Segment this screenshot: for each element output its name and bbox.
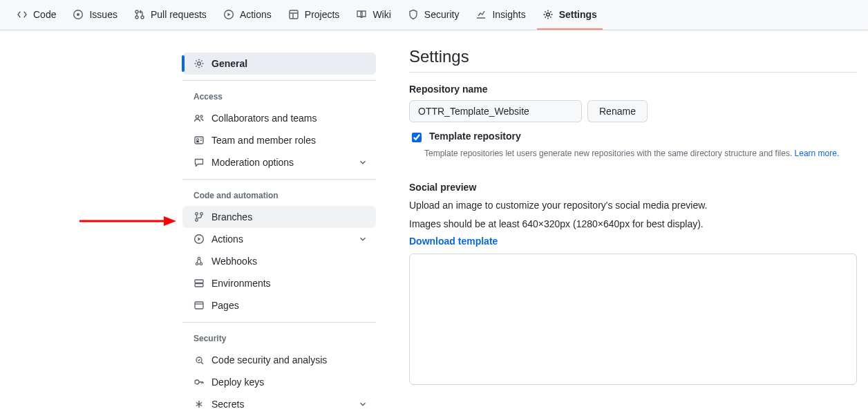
gear-icon bbox=[542, 9, 554, 20]
tab-label: Security bbox=[424, 9, 460, 20]
sidebar-item-label: Environments bbox=[211, 278, 368, 289]
rename-button[interactable]: Rename bbox=[587, 100, 648, 122]
tab-label: Wiki bbox=[372, 9, 390, 20]
sidebar-item-actions[interactable]: Actions bbox=[182, 228, 376, 250]
social-preview-text-2: Images should be at least 640×320px (128… bbox=[409, 217, 857, 231]
tab-label: Settings bbox=[559, 9, 597, 20]
sidebar-item-environments[interactable]: Environments bbox=[182, 272, 376, 294]
branch-icon bbox=[194, 211, 205, 222]
page-title: Settings bbox=[409, 47, 857, 73]
graph-icon bbox=[475, 9, 487, 20]
tab-label: Issues bbox=[89, 9, 117, 20]
scan-icon bbox=[194, 354, 205, 365]
template-repository-label: Template repository bbox=[429, 131, 521, 142]
sidebar-item-moderation[interactable]: Moderation options bbox=[182, 151, 376, 173]
webhook-icon bbox=[194, 256, 205, 267]
template-helper-text: Template repositories let users generate… bbox=[424, 147, 857, 160]
sidebar-item-collaborators[interactable]: Collaborators and teams bbox=[182, 107, 376, 129]
social-preview-text-1: Upload an image to customize your reposi… bbox=[409, 198, 857, 213]
issue-icon bbox=[73, 9, 84, 20]
repo-tab-nav: Code Issues Pull requests Actions Projec… bbox=[0, 0, 868, 30]
tab-label: Code bbox=[33, 9, 56, 20]
template-repository-checkbox[interactable] bbox=[412, 133, 422, 142]
sidebar-heading-access: Access bbox=[182, 86, 376, 107]
sidebar-item-label: Team and member roles bbox=[211, 135, 368, 146]
sidebar-item-label: Actions bbox=[211, 234, 351, 245]
tab-pull-requests[interactable]: Pull requests bbox=[129, 0, 212, 30]
gear-icon bbox=[194, 58, 205, 69]
repo-name-label: Repository name bbox=[409, 84, 857, 95]
tab-projects[interactable]: Projects bbox=[283, 0, 346, 30]
tab-label: Pull requests bbox=[151, 9, 207, 20]
sidebar-item-label: General bbox=[211, 58, 368, 69]
chevron-down-icon bbox=[358, 234, 368, 244]
sidebar-heading-code: Code and automation bbox=[182, 185, 376, 206]
code-icon bbox=[17, 9, 28, 20]
sidebar-item-label: Pages bbox=[211, 300, 368, 311]
tab-issues[interactable]: Issues bbox=[67, 0, 122, 30]
tab-label: Actions bbox=[240, 9, 272, 20]
comment-icon bbox=[194, 157, 205, 168]
sidebar-item-code-security[interactable]: Code security and analysis bbox=[182, 349, 376, 371]
sidebar-item-label: Webhooks bbox=[211, 256, 368, 267]
tab-actions[interactable]: Actions bbox=[218, 0, 277, 30]
tab-label: Projects bbox=[305, 9, 340, 20]
learn-more-link[interactable]: Learn more. bbox=[795, 149, 840, 158]
sidebar-item-label: Branches bbox=[211, 211, 368, 222]
sidebar-item-label: Collaborators and teams bbox=[211, 113, 368, 124]
tab-label: Insights bbox=[492, 9, 525, 20]
key-icon bbox=[194, 377, 205, 388]
tab-insights[interactable]: Insights bbox=[470, 0, 531, 30]
tab-security[interactable]: Security bbox=[402, 0, 465, 30]
play-icon bbox=[223, 9, 234, 20]
chevron-down-icon bbox=[358, 399, 368, 409]
chevron-down-icon bbox=[358, 158, 368, 167]
sidebar-item-label: Moderation options bbox=[211, 157, 351, 168]
sidebar-item-webhooks[interactable]: Webhooks bbox=[182, 250, 376, 272]
sidebar-item-label: Code security and analysis bbox=[211, 354, 368, 365]
settings-content: Settings Repository name Rename Template… bbox=[387, 47, 868, 409]
id-icon bbox=[194, 135, 205, 146]
social-preview-heading: Social preview bbox=[409, 182, 857, 193]
play-icon bbox=[194, 234, 205, 245]
tab-settings[interactable]: Settings bbox=[537, 0, 603, 30]
book-icon bbox=[356, 9, 367, 20]
download-template-link[interactable]: Download template bbox=[409, 236, 498, 247]
tab-code[interactable]: Code bbox=[11, 0, 62, 30]
sidebar-item-deploy-keys[interactable]: Deploy keys bbox=[182, 371, 376, 393]
sidebar-heading-security: Security bbox=[182, 328, 376, 349]
social-preview-dropzone[interactable] bbox=[409, 254, 857, 385]
browser-icon bbox=[194, 300, 205, 311]
tab-wiki[interactable]: Wiki bbox=[350, 0, 396, 30]
people-icon bbox=[194, 113, 205, 124]
asterisk-icon bbox=[194, 399, 205, 409]
sidebar-item-label: Secrets bbox=[211, 399, 351, 409]
project-icon bbox=[288, 9, 299, 20]
sidebar-item-general[interactable]: General bbox=[182, 53, 376, 75]
pr-icon bbox=[134, 9, 145, 20]
sidebar-item-branches[interactable]: Branches bbox=[182, 206, 376, 228]
shield-icon bbox=[408, 9, 419, 20]
sidebar-item-label: Deploy keys bbox=[211, 377, 368, 388]
repo-name-input[interactable] bbox=[409, 100, 582, 122]
sidebar-item-secrets[interactable]: Secrets bbox=[182, 393, 376, 409]
settings-sidebar: General Access Collaborators and teams T… bbox=[182, 47, 387, 409]
sidebar-item-team-roles[interactable]: Team and member roles bbox=[182, 129, 376, 151]
env-icon bbox=[194, 278, 205, 289]
sidebar-item-pages[interactable]: Pages bbox=[182, 294, 376, 316]
